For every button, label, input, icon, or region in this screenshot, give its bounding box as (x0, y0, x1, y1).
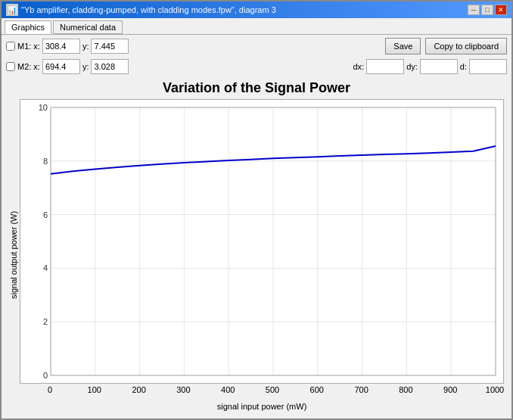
window-controls: ─ □ ✕ (468, 5, 507, 15)
x-axis-labels: 01002003004005006007008009001000 (20, 385, 504, 399)
m2-x-label: x: (33, 62, 40, 71)
x-tick-label: 200 (132, 385, 145, 394)
save-button[interactable]: Save (385, 38, 421, 54)
m2-y-label: y: (82, 62, 89, 71)
x-tick-label: 700 (354, 385, 368, 394)
svg-text:10: 10 (39, 103, 48, 112)
x-tick-label: 1000 (486, 385, 504, 394)
d-label: d: (460, 62, 467, 71)
plot-area[interactable]: 0246810 (20, 99, 504, 384)
x-tick-label: 500 (266, 385, 279, 394)
m1-label: M1: (17, 42, 31, 51)
dy-input[interactable] (420, 59, 458, 74)
y-axis-label: signal output power (W) (9, 99, 18, 411)
delta-row: dx: dy: d: (353, 59, 507, 74)
title-bar-left: 📊 "Yb amplifier, cladding-pumped, with c… (6, 4, 276, 16)
x-axis-title: signal input power (mW) (20, 402, 504, 411)
x-tick-label: 800 (399, 385, 412, 394)
m1-x-input[interactable] (42, 39, 80, 54)
title-bar: 📊 "Yb amplifier, cladding-pumped, with c… (2, 2, 511, 18)
marker1-row: M1: x: y: (6, 39, 129, 54)
window-title: "Yb amplifier, cladding-pumped, with cla… (21, 5, 276, 14)
chart-title: Variation of the Signal Power (9, 80, 504, 96)
x-tick-label: 900 (443, 385, 457, 394)
chart-area: signal output power (W) 0246810 01002003… (9, 99, 504, 411)
close-button[interactable]: ✕ (495, 5, 507, 15)
svg-text:4: 4 (43, 263, 48, 272)
maximize-button[interactable]: □ (481, 5, 493, 15)
marker2-row: M2: x: y: (6, 59, 129, 74)
d-input[interactable] (469, 59, 507, 74)
svg-text:0: 0 (43, 371, 48, 380)
x-tick-label: 400 (221, 385, 235, 394)
m1-y-input[interactable] (91, 39, 129, 54)
m2-label: M2: (17, 62, 31, 71)
tabs-row: Graphics Numerical data (2, 18, 511, 35)
dx-label: dx: (353, 62, 364, 71)
svg-text:2: 2 (43, 317, 48, 326)
plot-svg: 0246810 (20, 100, 503, 383)
x-tick-label: 600 (310, 385, 324, 394)
main-window: 📊 "Yb amplifier, cladding-pumped, with c… (0, 0, 513, 420)
window-icon: 📊 (6, 4, 18, 16)
m2-checkbox[interactable] (6, 62, 15, 71)
m2-y-input[interactable] (91, 59, 129, 74)
copy-clipboard-button[interactable]: Copy to clipboard (425, 38, 507, 54)
chart-inner: 0246810 01002003004005006007008009001000… (20, 99, 504, 411)
svg-text:8: 8 (43, 157, 48, 166)
dx-input[interactable] (366, 59, 404, 74)
svg-text:6: 6 (43, 210, 48, 219)
m1-x-label: x: (33, 42, 40, 51)
x-tick-label: 100 (88, 385, 101, 394)
m2-x-input[interactable] (42, 59, 80, 74)
dy-label: dy: (406, 62, 418, 71)
x-tick-label: 0 (48, 385, 52, 394)
chart-container: Variation of the Signal Power signal out… (2, 77, 511, 418)
minimize-button[interactable]: ─ (468, 5, 480, 15)
tab-numerical-data[interactable]: Numerical data (53, 20, 123, 34)
m1-y-label: y: (82, 42, 89, 51)
m1-checkbox[interactable] (6, 42, 15, 51)
x-tick-label: 300 (176, 385, 190, 394)
tab-graphics[interactable]: Graphics (5, 20, 51, 34)
